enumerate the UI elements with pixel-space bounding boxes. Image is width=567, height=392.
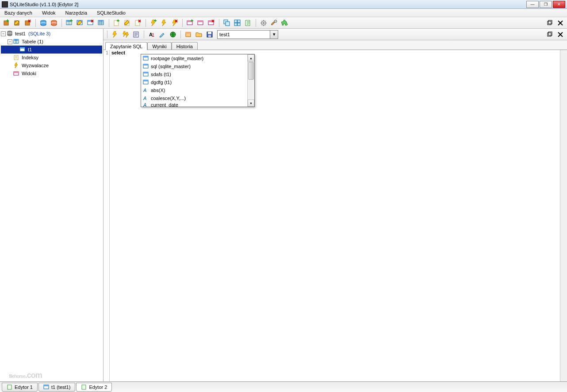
svg-point-7 xyxy=(41,24,46,26)
svg-rect-64 xyxy=(14,72,19,73)
table-add-icon[interactable] xyxy=(65,18,74,28)
db-edit-icon[interactable] xyxy=(12,18,22,28)
restore-button[interactable]: ❐ xyxy=(540,1,552,8)
scroll-up-icon[interactable]: ▲ xyxy=(248,54,254,61)
db-selector-dropdown-icon[interactable]: ▾ xyxy=(270,30,278,39)
open-folder-icon[interactable] xyxy=(194,30,204,39)
svg-rect-87 xyxy=(8,385,11,389)
svg-rect-81 xyxy=(143,72,148,73)
load-sql-icon[interactable] xyxy=(184,30,193,39)
trigger-add-icon[interactable] xyxy=(149,18,158,28)
format-icon[interactable]: A1 xyxy=(147,30,157,39)
execute-icon[interactable] xyxy=(110,30,120,39)
db-disconnect-icon[interactable] xyxy=(49,18,59,28)
menu-databases[interactable]: Bazy danych xyxy=(2,9,35,16)
sql-editor[interactable]: 1 select rootpage (sqlite_master) sql (s… xyxy=(103,50,567,391)
svg-rect-62 xyxy=(14,55,18,60)
editor-scrollbar[interactable] xyxy=(560,50,567,391)
svg-rect-2 xyxy=(6,20,9,21)
autocomplete-item[interactable]: Acoalesce(X,Y,...) xyxy=(141,94,247,102)
mdi-close-icon[interactable] xyxy=(556,18,565,28)
save-icon[interactable] xyxy=(205,30,215,39)
svg-rect-32 xyxy=(154,20,157,21)
editor-icon xyxy=(81,384,87,390)
menu-view[interactable]: Widok xyxy=(39,9,58,16)
tools-icon[interactable] xyxy=(269,18,279,28)
tree-db-node[interactable]: − test1 (SQLite 3) xyxy=(1,30,102,38)
highlight-icon[interactable] xyxy=(157,30,167,39)
db-selector-input[interactable] xyxy=(217,30,270,39)
view-add-icon[interactable] xyxy=(185,18,195,28)
view-edit-icon[interactable] xyxy=(196,18,206,28)
svg-rect-70 xyxy=(186,32,191,34)
svg-rect-90 xyxy=(82,385,86,389)
settings-icon[interactable] xyxy=(259,18,268,28)
svg-rect-28 xyxy=(117,20,119,21)
trigger-delete-icon[interactable] xyxy=(170,18,180,28)
collapse-icon[interactable]: − xyxy=(1,31,6,36)
autocomplete-item[interactable]: Aabs(X) xyxy=(141,86,247,94)
column-icon xyxy=(143,79,149,85)
editor-toolbar: A1 ▾ xyxy=(103,29,567,40)
tab-history[interactable]: Historia xyxy=(172,42,198,50)
titlebar[interactable]: SQLiteStudio (v1.1.0) [Edytor 2] — ❐ ✕ xyxy=(0,0,567,9)
db-remove-icon[interactable] xyxy=(23,18,33,28)
explain-icon[interactable] xyxy=(131,30,141,39)
tree-table-item[interactable]: t1 xyxy=(1,46,102,54)
delete-item-icon[interactable] xyxy=(133,18,143,28)
tree-tables-node[interactable]: − Tabele (1) xyxy=(1,38,102,46)
svg-rect-79 xyxy=(143,64,148,65)
scroll-down-icon[interactable]: ▼ xyxy=(248,100,254,107)
open-editor-icon[interactable] xyxy=(243,18,253,28)
tab-results[interactable]: Wyniki xyxy=(147,42,171,50)
tree-views-node[interactable]: Widoki xyxy=(1,69,102,77)
editor-icon xyxy=(7,384,13,390)
tree-triggers-node[interactable]: Wyzwalacze xyxy=(1,61,102,69)
triggers-label: Wyzwalacze xyxy=(21,62,50,69)
autocomplete-scrollbar[interactable]: ▲ ▼ xyxy=(247,54,254,107)
editor-mdi-restore-icon[interactable] xyxy=(545,30,555,39)
tab-query[interactable]: Zapytanie SQL xyxy=(105,42,147,50)
menu-tools[interactable]: Narzędzia xyxy=(63,9,90,16)
tile-icon[interactable] xyxy=(233,18,242,28)
db-add-icon[interactable] xyxy=(2,18,11,28)
view-delete-icon[interactable] xyxy=(207,18,216,28)
collapse-icon[interactable]: − xyxy=(8,39,12,44)
execute-all-icon[interactable] xyxy=(121,30,130,39)
autocomplete-item[interactable]: dgdfg (t1) xyxy=(141,78,247,86)
window-tab[interactable]: t1 (test1) xyxy=(38,383,75,392)
autocomplete-item[interactable]: sql (sqlite_master) xyxy=(141,62,247,70)
function-icon: A xyxy=(143,95,149,101)
editor-mdi-close-icon[interactable] xyxy=(556,30,565,39)
svg-rect-77 xyxy=(143,56,148,58)
cascade-icon[interactable] xyxy=(222,18,232,28)
index-icon xyxy=(13,54,19,61)
trigger-edit-icon[interactable] xyxy=(159,18,169,28)
web-icon[interactable] xyxy=(168,30,178,39)
table-delete-icon[interactable] xyxy=(86,18,96,28)
edit-item-icon[interactable] xyxy=(123,18,132,28)
svg-rect-38 xyxy=(198,21,203,22)
new-item-icon[interactable] xyxy=(112,18,122,28)
plugins-icon[interactable] xyxy=(280,18,290,28)
table-data-icon[interactable] xyxy=(96,18,106,28)
autocomplete-item[interactable]: Acurrent_date xyxy=(141,102,247,107)
views-label: Widoki xyxy=(21,70,37,77)
db-connect-icon[interactable] xyxy=(38,18,48,28)
window-tab[interactable]: Edytor 1 xyxy=(2,383,38,392)
window-tab[interactable]: Edytor 2 xyxy=(76,383,112,392)
mdi-restore-icon[interactable] xyxy=(545,18,555,28)
close-button[interactable]: ✕ xyxy=(553,1,565,8)
svg-rect-43 xyxy=(234,20,237,23)
db-tree: − test1 (SQLite 3) − Tabele (1) t1 Indek… xyxy=(0,29,103,391)
menu-sqlitestudio[interactable]: SQLiteStudio xyxy=(94,9,128,16)
svg-rect-57 xyxy=(14,39,19,41)
tree-indexes-node[interactable]: Indeksy xyxy=(1,54,102,61)
autocomplete-item[interactable]: rootpage (sqlite_master) xyxy=(141,54,247,62)
scroll-thumb[interactable] xyxy=(248,62,254,80)
autocomplete-item[interactable]: sdafs (t1) xyxy=(141,70,247,78)
code-area[interactable]: select rootpage (sqlite_master) sql (sql… xyxy=(110,50,560,391)
minimize-button[interactable]: — xyxy=(526,1,539,8)
function-icon: A xyxy=(143,102,149,107)
table-edit-icon[interactable] xyxy=(75,18,85,28)
